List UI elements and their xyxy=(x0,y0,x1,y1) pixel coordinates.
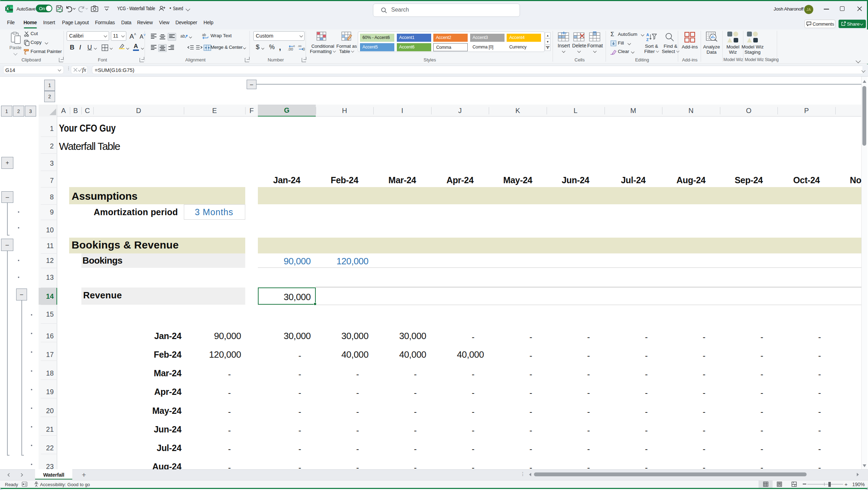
svg-text:A: A xyxy=(646,33,649,37)
svg-text:0: 0 xyxy=(293,45,295,48)
svg-text:.00: .00 xyxy=(298,45,302,48)
svg-text:ab: ab xyxy=(180,34,185,39)
svg-text:Z: Z xyxy=(646,38,649,42)
svg-text:0: 0 xyxy=(303,47,305,51)
svg-text:X: X xyxy=(6,7,9,11)
svg-text:ab: ab xyxy=(202,33,206,37)
svg-text:.00: .00 xyxy=(288,47,293,51)
